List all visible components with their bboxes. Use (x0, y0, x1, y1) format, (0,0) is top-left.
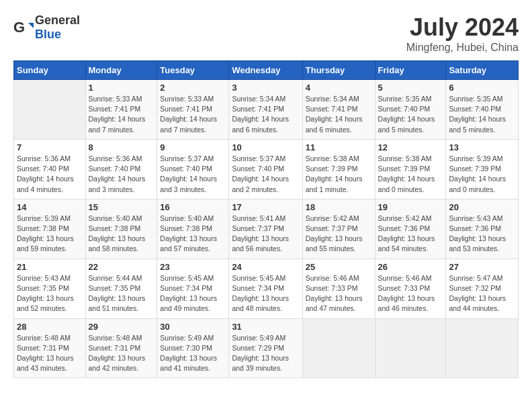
calendar-location: Mingfeng, Hubei, China (406, 42, 519, 54)
calendar-week-row: 21Sunrise: 5:43 AM Sunset: 7:35 PM Dayli… (14, 259, 519, 318)
day-info: Sunrise: 5:35 AM Sunset: 7:40 PM Dayligh… (378, 94, 443, 135)
day-info: Sunrise: 5:48 AM Sunset: 7:31 PM Dayligh… (89, 333, 154, 374)
calendar-cell: 6Sunrise: 5:35 AM Sunset: 7:40 PM Daylig… (446, 80, 519, 140)
day-number: 30 (160, 322, 226, 332)
day-info: Sunrise: 5:36 AM Sunset: 7:40 PM Dayligh… (17, 154, 83, 195)
day-number: 25 (306, 262, 372, 272)
day-info: Sunrise: 5:43 AM Sunset: 7:35 PM Dayligh… (17, 273, 83, 314)
calendar-cell: 30Sunrise: 5:49 AM Sunset: 7:30 PM Dayli… (157, 318, 229, 378)
day-info: Sunrise: 5:36 AM Sunset: 7:40 PM Dayligh… (89, 154, 154, 195)
day-info: Sunrise: 5:35 AM Sunset: 7:40 PM Dayligh… (449, 94, 515, 135)
day-number: 15 (89, 202, 154, 212)
day-number: 20 (449, 202, 515, 212)
day-number: 14 (17, 202, 83, 212)
day-info: Sunrise: 5:48 AM Sunset: 7:31 PM Dayligh… (17, 333, 83, 374)
day-info: Sunrise: 5:33 AM Sunset: 7:41 PM Dayligh… (160, 94, 226, 135)
day-number: 5 (378, 83, 443, 93)
day-info: Sunrise: 5:39 AM Sunset: 7:38 PM Dayligh… (17, 214, 83, 255)
day-number: 31 (232, 322, 299, 332)
col-tuesday: Tuesday (157, 61, 229, 80)
col-monday: Monday (85, 61, 157, 80)
calendar-title: July 2024 (406, 13, 519, 42)
day-info: Sunrise: 5:45 AM Sunset: 7:34 PM Dayligh… (160, 273, 226, 314)
day-info: Sunrise: 5:49 AM Sunset: 7:30 PM Dayligh… (160, 333, 226, 374)
day-info: Sunrise: 5:43 AM Sunset: 7:36 PM Dayligh… (449, 214, 515, 255)
day-number: 13 (449, 142, 515, 152)
logo-blue: Blue (35, 28, 61, 41)
day-info: Sunrise: 5:45 AM Sunset: 7:34 PM Dayligh… (232, 273, 299, 314)
calendar-week-row: 14Sunrise: 5:39 AM Sunset: 7:38 PM Dayli… (14, 199, 519, 259)
calendar-table: Sunday Monday Tuesday Wednesday Thursday… (13, 60, 519, 378)
calendar-cell: 14Sunrise: 5:39 AM Sunset: 7:38 PM Dayli… (14, 199, 86, 259)
calendar-cell: 8Sunrise: 5:36 AM Sunset: 7:40 PM Daylig… (85, 139, 157, 199)
day-info: Sunrise: 5:38 AM Sunset: 7:39 PM Dayligh… (378, 154, 443, 195)
calendar-week-row: 1Sunrise: 5:33 AM Sunset: 7:41 PM Daylig… (14, 80, 519, 140)
day-number: 7 (17, 142, 83, 152)
calendar-cell: 19Sunrise: 5:42 AM Sunset: 7:36 PM Dayli… (375, 199, 446, 259)
calendar-header-row: Sunday Monday Tuesday Wednesday Thursday… (14, 61, 519, 80)
col-thursday: Thursday (302, 61, 375, 80)
calendar-cell: 4Sunrise: 5:34 AM Sunset: 7:41 PM Daylig… (302, 80, 375, 140)
logo-icon: G (13, 17, 34, 38)
calendar-cell: 16Sunrise: 5:40 AM Sunset: 7:38 PM Dayli… (157, 199, 229, 259)
day-number: 9 (160, 142, 226, 152)
day-number: 21 (17, 262, 83, 272)
day-number: 19 (378, 202, 443, 212)
day-info: Sunrise: 5:34 AM Sunset: 7:41 PM Dayligh… (306, 94, 372, 135)
day-info: Sunrise: 5:40 AM Sunset: 7:38 PM Dayligh… (89, 214, 154, 255)
calendar-week-row: 28Sunrise: 5:48 AM Sunset: 7:31 PM Dayli… (14, 318, 519, 378)
day-info: Sunrise: 5:41 AM Sunset: 7:37 PM Dayligh… (232, 214, 299, 255)
calendar-cell: 15Sunrise: 5:40 AM Sunset: 7:38 PM Dayli… (85, 199, 157, 259)
calendar-cell: 29Sunrise: 5:48 AM Sunset: 7:31 PM Dayli… (85, 318, 157, 378)
calendar-cell: 28Sunrise: 5:48 AM Sunset: 7:31 PM Dayli… (14, 318, 86, 378)
day-number: 24 (232, 262, 299, 272)
calendar-cell: 20Sunrise: 5:43 AM Sunset: 7:36 PM Dayli… (446, 199, 519, 259)
logo: G General Blue (13, 13, 80, 42)
calendar-cell: 1Sunrise: 5:33 AM Sunset: 7:41 PM Daylig… (85, 80, 157, 140)
day-info: Sunrise: 5:46 AM Sunset: 7:33 PM Dayligh… (306, 273, 372, 314)
calendar-cell: 13Sunrise: 5:39 AM Sunset: 7:39 PM Dayli… (446, 139, 519, 199)
day-number: 4 (306, 83, 372, 93)
calendar-cell: 25Sunrise: 5:46 AM Sunset: 7:33 PM Dayli… (302, 259, 375, 318)
calendar-cell: 2Sunrise: 5:33 AM Sunset: 7:41 PM Daylig… (157, 80, 229, 140)
calendar-cell: 11Sunrise: 5:38 AM Sunset: 7:39 PM Dayli… (302, 139, 375, 199)
day-number: 28 (17, 322, 83, 332)
calendar-cell: 10Sunrise: 5:37 AM Sunset: 7:40 PM Dayli… (229, 139, 302, 199)
day-info: Sunrise: 5:44 AM Sunset: 7:35 PM Dayligh… (89, 273, 154, 314)
calendar-cell: 23Sunrise: 5:45 AM Sunset: 7:34 PM Dayli… (157, 259, 229, 318)
day-info: Sunrise: 5:38 AM Sunset: 7:39 PM Dayligh… (306, 154, 372, 195)
day-number: 3 (232, 83, 299, 93)
col-wednesday: Wednesday (229, 61, 302, 80)
calendar-cell: 12Sunrise: 5:38 AM Sunset: 7:39 PM Dayli… (375, 139, 446, 199)
svg-text:G: G (13, 19, 25, 36)
day-number: 29 (89, 322, 154, 332)
calendar-cell (14, 80, 86, 140)
calendar-cell: 24Sunrise: 5:45 AM Sunset: 7:34 PM Dayli… (229, 259, 302, 318)
calendar-cell: 31Sunrise: 5:49 AM Sunset: 7:29 PM Dayli… (229, 318, 302, 378)
day-info: Sunrise: 5:42 AM Sunset: 7:37 PM Dayligh… (306, 214, 372, 255)
day-info: Sunrise: 5:46 AM Sunset: 7:33 PM Dayligh… (378, 273, 443, 314)
calendar-week-row: 7Sunrise: 5:36 AM Sunset: 7:40 PM Daylig… (14, 139, 519, 199)
day-number: 26 (378, 262, 443, 272)
calendar-cell: 21Sunrise: 5:43 AM Sunset: 7:35 PM Dayli… (14, 259, 86, 318)
day-number: 11 (306, 142, 372, 152)
day-number: 16 (160, 202, 226, 212)
day-number: 12 (378, 142, 443, 152)
day-info: Sunrise: 5:42 AM Sunset: 7:36 PM Dayligh… (378, 214, 443, 255)
day-info: Sunrise: 5:37 AM Sunset: 7:40 PM Dayligh… (160, 154, 226, 195)
day-number: 22 (89, 262, 154, 272)
day-info: Sunrise: 5:34 AM Sunset: 7:41 PM Dayligh… (232, 94, 299, 135)
day-number: 2 (160, 83, 226, 93)
day-number: 8 (89, 142, 154, 152)
calendar-cell (375, 318, 446, 378)
day-number: 18 (306, 202, 372, 212)
page-header: G General Blue July 2024 Mingfeng, Hubei… (13, 13, 519, 54)
day-info: Sunrise: 5:49 AM Sunset: 7:29 PM Dayligh… (232, 333, 299, 374)
calendar-cell: 7Sunrise: 5:36 AM Sunset: 7:40 PM Daylig… (14, 139, 86, 199)
day-number: 6 (449, 83, 515, 93)
day-number: 10 (232, 142, 299, 152)
calendar-cell: 9Sunrise: 5:37 AM Sunset: 7:40 PM Daylig… (157, 139, 229, 199)
calendar-cell: 27Sunrise: 5:47 AM Sunset: 7:32 PM Dayli… (446, 259, 519, 318)
calendar-cell: 5Sunrise: 5:35 AM Sunset: 7:40 PM Daylig… (375, 80, 446, 140)
day-number: 1 (89, 83, 154, 93)
